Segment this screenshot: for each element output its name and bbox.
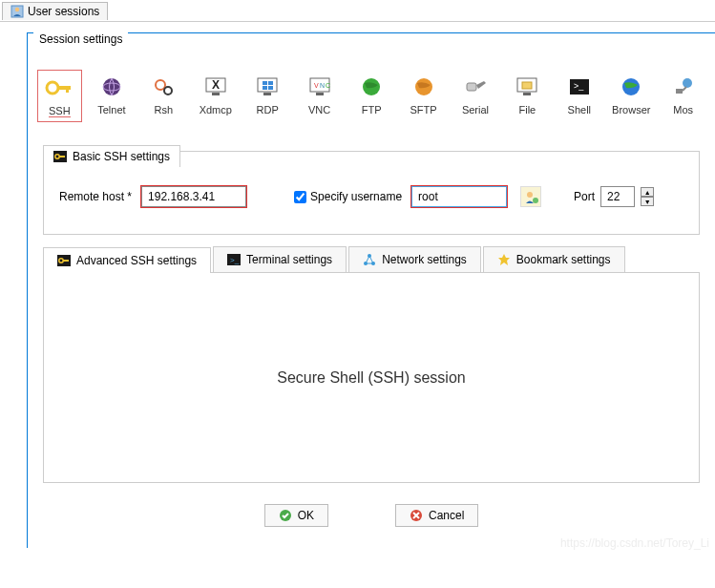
basic-ssh-group: Basic SSH settings Remote host * Specify… (43, 151, 700, 235)
port-group: Port ▲ ▼ (574, 186, 654, 207)
port-spinner: ▲ ▼ (641, 187, 654, 206)
svg-rect-13 (263, 93, 271, 95)
protocol-browser[interactable]: Browser (609, 70, 653, 122)
svg-line-34 (683, 87, 686, 91)
globe-blue-icon (616, 74, 646, 100)
svg-rect-14 (263, 81, 267, 85)
tab-advanced-ssh[interactable]: Advanced SSH settings (43, 247, 211, 273)
svg-point-8 (164, 87, 172, 94)
network-icon (363, 253, 376, 266)
protocol-ssh[interactable]: SSH (37, 70, 82, 122)
svg-rect-28 (522, 82, 532, 89)
key-small-icon (57, 255, 71, 266)
protocol-rsh[interactable]: Rsh (141, 70, 185, 122)
vnc-monitor-icon: VNC (305, 74, 335, 100)
protocol-file[interactable]: File (505, 70, 549, 122)
session-title: Session settings (33, 29, 128, 50)
remote-host-label: Remote host * (59, 190, 132, 203)
top-tab-label: User sessions (28, 5, 99, 18)
svg-rect-10 (212, 93, 220, 95)
port-label: Port (574, 190, 595, 203)
tab-content-area: Secure Shell (SSH) session (43, 273, 700, 483)
protocol-label: SSH (49, 105, 71, 117)
svg-text:>_: >_ (574, 81, 584, 91)
key-small-icon (53, 151, 67, 162)
protocol-telnet[interactable]: Telnet (90, 70, 134, 122)
svg-text:N: N (320, 82, 325, 89)
globe-green-icon (356, 74, 387, 100)
ok-label: OK (298, 509, 314, 522)
settings-tabs: Advanced SSH settings >_ Terminal settin… (43, 246, 700, 273)
ok-button[interactable]: OK (264, 504, 328, 527)
svg-rect-25 (467, 83, 476, 91)
tab-network[interactable]: Network settings (348, 246, 481, 272)
svg-rect-4 (66, 86, 69, 93)
cancel-label: Cancel (429, 509, 464, 522)
svg-line-49 (369, 256, 373, 263)
gears-icon (148, 74, 179, 100)
check-icon (279, 509, 292, 522)
user-picker-button[interactable] (520, 186, 541, 207)
protocol-label: Xdmcp (200, 104, 232, 116)
port-input[interactable] (600, 186, 635, 207)
protocol-label: Telnet (97, 104, 125, 116)
protocol-vnc[interactable]: VNC VNC (297, 70, 341, 122)
protocol-label: VNC (308, 104, 330, 116)
protocol-label: Serial (462, 104, 489, 116)
protocol-rdp[interactable]: RDP (245, 70, 289, 122)
globe-orange-icon (409, 74, 439, 100)
key-icon (44, 74, 74, 101)
protocol-label: FTP (362, 104, 382, 116)
terminal-small-icon: >_ (227, 254, 241, 265)
cancel-button[interactable]: Cancel (395, 504, 478, 527)
session-settings-panel: Session settings SSH Telnet Rsh X Xdmcp … (27, 32, 715, 548)
watermark: https://blog.csdn.net/Torey_Li (560, 536, 709, 550)
svg-point-5 (103, 78, 120, 95)
top-tab-user-sessions[interactable]: User sessions (2, 2, 108, 20)
specify-username-check[interactable] (294, 191, 306, 203)
protocol-shell[interactable]: >_ Shell (557, 70, 601, 122)
tab-bookmark[interactable]: Bookmark settings (483, 246, 625, 272)
port-spin-down[interactable]: ▼ (641, 197, 654, 206)
tab-terminal[interactable]: >_ Terminal settings (213, 246, 347, 272)
protocol-label: RDP (257, 104, 279, 116)
basic-form-row: Remote host * Specify username Port ▲ ▼ (44, 167, 699, 234)
tab-label: Network settings (382, 253, 467, 266)
svg-point-39 (533, 198, 538, 203)
basic-ssh-title: Basic SSH settings (73, 150, 170, 163)
folder-monitor-icon (512, 74, 542, 100)
satellite-icon (668, 74, 699, 100)
protocol-label: SFTP (410, 104, 436, 116)
username-input[interactable] (411, 186, 507, 207)
svg-rect-27 (523, 93, 531, 95)
svg-text:>_: >_ (230, 256, 240, 264)
svg-point-7 (156, 80, 165, 90)
protocol-ftp[interactable]: FTP (349, 70, 393, 122)
tab-label: Advanced SSH settings (76, 254, 197, 267)
svg-rect-15 (268, 81, 273, 85)
svg-rect-37 (59, 156, 65, 158)
protocol-serial[interactable]: Serial (453, 70, 497, 122)
tab-label: Bookmark settings (516, 253, 611, 266)
user-icon (11, 5, 24, 18)
svg-text:C: C (326, 82, 330, 89)
svg-point-38 (527, 192, 533, 198)
protocol-xdmcp[interactable]: X Xdmcp (194, 70, 238, 122)
port-spin-up[interactable]: ▲ (641, 187, 654, 197)
protocol-sftp[interactable]: SFTP (401, 70, 445, 122)
svg-line-48 (366, 256, 369, 263)
svg-rect-33 (676, 89, 683, 94)
serial-connector-icon (460, 74, 491, 100)
svg-rect-19 (316, 93, 324, 95)
protocol-mosh[interactable]: Mos (661, 70, 704, 122)
star-icon (497, 253, 511, 266)
protocol-label: Mos (673, 104, 693, 116)
remote-host-input[interactable] (141, 186, 246, 207)
specify-username-checkbox[interactable]: Specify username (294, 190, 402, 203)
svg-marker-51 (498, 254, 510, 265)
cross-icon (410, 509, 423, 522)
windows-monitor-icon (252, 74, 283, 100)
globe-purple-icon (96, 74, 127, 100)
tab-label: Terminal settings (246, 253, 332, 266)
content-message: Secure Shell (SSH) session (277, 369, 465, 387)
